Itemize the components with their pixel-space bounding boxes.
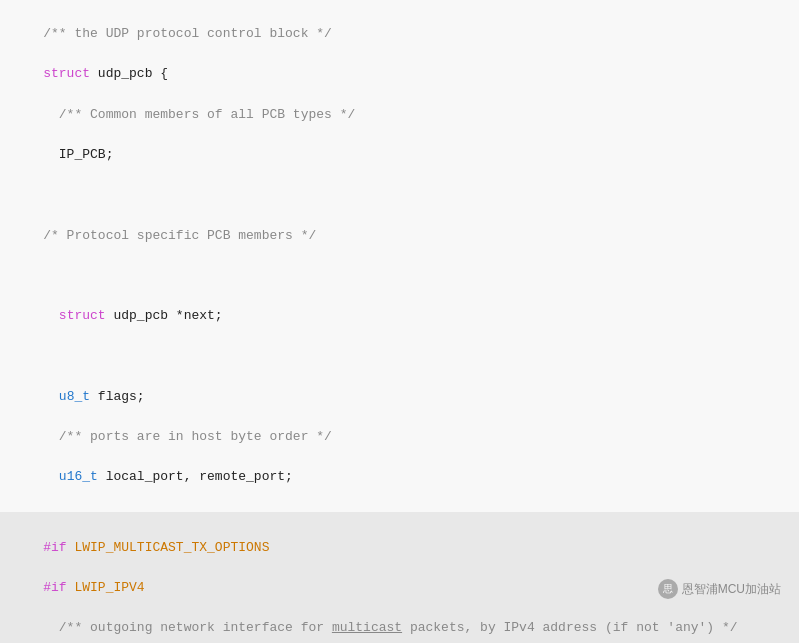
- section-multicast: #if LWIP_MULTICAST_TX_OPTIONS #if LWIP_I…: [0, 512, 799, 643]
- watermark: 思 恩智浦MCU加油站: [658, 579, 781, 599]
- code-viewer: /** the UDP protocol control block */ st…: [0, 0, 799, 643]
- watermark-text: 恩智浦MCU加油站: [682, 580, 781, 599]
- section-top: /** the UDP protocol control block */ st…: [0, 0, 799, 512]
- watermark-icon: 思: [658, 579, 678, 599]
